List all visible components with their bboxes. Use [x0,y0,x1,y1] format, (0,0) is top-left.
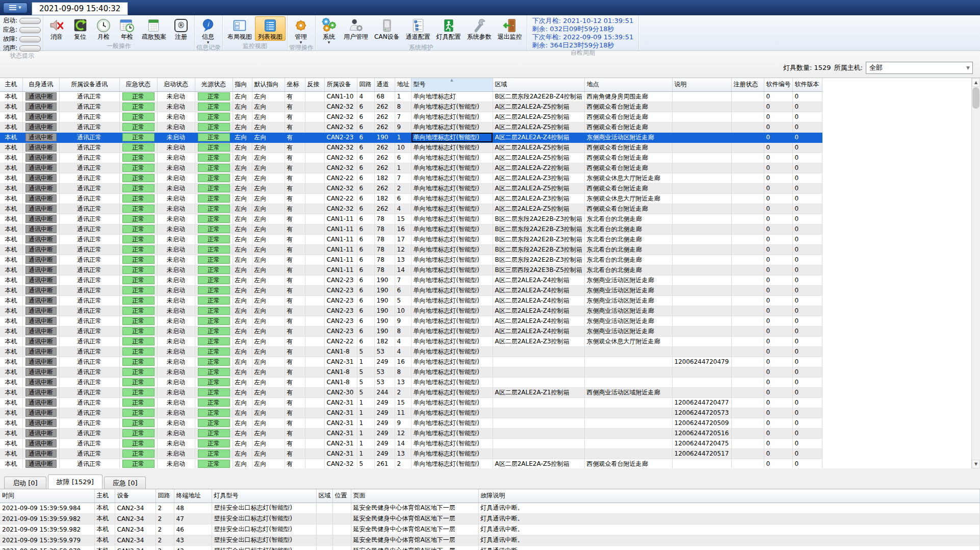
fixture-row[interactable]: 本机通讯中断通讯正常正常未启动正常左向左向有CAN2-31124911单向地埋标… [0,408,822,418]
fixture-row[interactable]: 本机通讯中断通讯正常正常未启动正常左向左向有CAN2-3262629单向地埋标志… [0,122,822,132]
column-header[interactable]: 通道 [374,78,395,91]
column-header[interactable]: 软件编号 [764,78,792,91]
fixture-row[interactable]: 本机通讯中断通讯正常正常未启动正常左向左向有CAN2-2261824单向地埋标志… [0,336,822,346]
fixture-row[interactable]: 本机通讯中断通讯正常正常未启动正常左向左向有CAN1-1167816单向地埋标志… [0,224,822,234]
fixture-row[interactable]: 本机通讯中断通讯正常正常未启动正常左向左向有CAN1-1167812单向地埋标志… [0,244,822,255]
column-header[interactable]: 页面 [351,489,478,503]
fixture-row[interactable]: 本机通讯中断通讯正常正常未启动正常左向左向有CAN2-2361906单向地埋标志… [0,285,822,295]
fixture-row[interactable]: 本机通讯中断通讯正常正常未启动正常左向左向有CAN2-3112499单向地埋标志… [0,418,822,428]
column-header[interactable]: 地点 [584,78,672,91]
vertical-scrollbar[interactable]: ▲ ▼ [971,78,980,468]
manage-button[interactable]: 管理 ▼ [289,16,313,44]
fixture-row[interactable]: 本机通讯中断通讯正常正常未启动正常左向左向有CAN2-31124912单向地埋标… [0,428,822,438]
tab-fault-events[interactable]: 故障 [1529] [48,474,102,489]
fixture-row[interactable]: 本机通讯中断通讯正常正常未启动正常左向左向有CAN2-31124913单向地埋标… [0,448,822,459]
monthly-check-button[interactable]: 月检 [92,16,115,41]
column-header[interactable]: 位置 [332,489,351,503]
reset-button[interactable]: 复位 [68,16,92,41]
column-header[interactable]: 地址 [395,78,411,91]
layout-view-button[interactable]: 布局视图 [224,16,255,41]
app-menu-button[interactable]: ▼ [3,3,28,13]
scroll-down-arrow-icon[interactable]: ▼ [972,460,980,468]
can-device-button[interactable]: CAN设备 [371,16,403,41]
column-header[interactable]: 主机 [94,489,115,503]
status-badge: 通讯中断 [25,92,57,101]
fixture-row[interactable]: 本机通讯中断通讯正常正常未启动正常左向左向有CAN2-3262628单向地埋标志… [0,102,822,112]
fixture-config-button[interactable]: 灯具配置 [433,16,464,41]
evacuation-plan-button[interactable]: 疏散预案 [139,16,169,41]
fixture-row[interactable]: 本机通讯中断通讯正常正常未启动正常左向左向有CAN1-104681单向地埋标志灯… [0,91,822,102]
column-header[interactable]: 终端地址 [174,489,212,503]
fixture-row[interactable]: 本机通讯中断通讯正常正常未启动正常左向左向有CAN2-3262624单向地埋标志… [0,204,822,214]
system-button[interactable]: 系统 ▼ [317,16,341,44]
fault-row[interactable]: 2021-09-09 15:39:59.982本机CAN2-34246壁挂安全出… [0,524,980,535]
fixture-row[interactable]: 本机通讯中断通讯正常正常未启动正常左向左向有CAN2-31124915单向地埋标… [0,397,822,408]
fixture-row[interactable]: 本机通讯中断通讯正常正常未启动正常左向左向有CAN2-3262626单向地埋标志… [0,153,822,163]
column-header[interactable]: 说明 [672,78,731,91]
column-header[interactable]: 回路 [357,78,374,91]
column-header[interactable]: 坐标 [285,78,305,91]
fault-row[interactable]: 2021-09-09 15:39:59.984本机CAN2-34248壁挂安全出… [0,503,980,513]
system-params-button[interactable]: 系统参数 [464,16,495,41]
column-header[interactable]: 默认指向 [252,78,285,91]
channel-config-button[interactable]: 通道配置 [403,16,433,41]
column-header[interactable]: 灯具型号 [212,489,316,503]
fixture-row[interactable]: 本机通讯中断通讯正常正常未启动正常左向左向有CAN2-2361905单向地埋标志… [0,295,822,306]
fixture-row[interactable]: 本机通讯中断通讯正常正常未启动正常左向左向有CAN2-3262621单向地埋标志… [0,163,822,173]
register-button[interactable]: ® 注册 [169,16,193,41]
column-header[interactable]: 注册状态 [731,78,764,91]
fixture-row[interactable]: 本机通讯中断通讯正常正常未启动正常左向左向有CAN1-85534单向地埋标志灯(… [0,346,822,357]
tab-emergency-events[interactable]: 应急 [0] [104,477,146,489]
column-header[interactable]: ▲型号 [411,78,493,91]
fixture-row[interactable]: 本机通讯中断通讯正常正常未启动正常左向左向有CAN1-85538单向地埋标志灯(… [0,367,822,377]
column-header[interactable]: 反接 [305,78,324,91]
column-header[interactable]: 回路 [156,489,174,503]
column-header[interactable]: 启动状态 [157,78,195,91]
fixture-row[interactable]: 本机通讯中断通讯正常正常未启动正常左向左向有CAN1-1167814单向地埋标志… [0,265,822,275]
host-filter-select[interactable]: 全部 ▼ [866,62,973,74]
fixture-row[interactable]: 本机通讯中断通讯正常正常未启动正常左向左向有CAN2-3052442单向地埋标志… [0,387,822,397]
fault-row[interactable]: 2021-09-09 15:39:59.982本机CAN2-34247壁挂安全出… [0,513,980,524]
scrollbar-thumb[interactable] [972,87,979,109]
column-header[interactable]: 时间 [0,489,94,503]
fixture-row[interactable]: 本机通讯中断通讯正常正常未启动正常左向左向有CAN2-2261827单向地埋标志… [0,173,822,183]
fault-row[interactable]: 2021-09-09 15:39:59.978本机CAN2-34242壁挂安全出… [0,545,980,550]
column-header[interactable]: 故障说明 [478,489,980,503]
column-header[interactable]: 光源状态 [195,78,233,91]
column-header[interactable]: 应急状态 [119,78,157,91]
fixture-row[interactable]: 本机通讯中断通讯正常正常未启动正常左向左向有CAN2-32626210单向地埋标… [0,142,822,153]
fixture-row[interactable]: 本机通讯中断通讯正常正常未启动正常左向左向有CAN2-3252612单向地埋标志… [0,459,822,468]
fixture-row[interactable]: 本机通讯中断通讯正常正常未启动正常左向左向有CAN1-855313单向地埋标志灯… [0,377,822,387]
info-button[interactable]: i 信息 ▼ [196,16,220,44]
fixture-row[interactable]: 本机通讯中断通讯正常正常未启动正常左向左向有CAN2-31124914单向地埋标… [0,438,822,448]
column-header[interactable]: 自身通讯 [22,78,59,91]
column-header[interactable]: 指向 [233,78,252,91]
mute-button[interactable]: 消音 [45,16,68,41]
fixture-row[interactable]: 本机通讯中断通讯正常正常未启动正常左向左向有CAN2-2261826单向地埋标志… [0,193,822,204]
column-header[interactable]: 所属设备 [324,78,357,91]
fixture-row[interactable]: 本机通讯中断通讯正常正常未启动正常左向左向有CAN2-3262622单向地埋标志… [0,183,822,193]
fixture-row[interactable]: 本机通讯中断通讯正常正常未启动正常左向左向有CAN2-2361901单向地埋标志… [0,132,822,142]
fixture-row[interactable]: 本机通讯中断通讯正常正常未启动正常左向左向有CAN2-3262627单向地埋标志… [0,112,822,122]
scroll-up-arrow-icon[interactable]: ▲ [972,78,980,87]
fixture-row[interactable]: 本机通讯中断通讯正常正常未启动正常左向左向有CAN2-2361909单向地埋标志… [0,316,822,326]
user-management-button[interactable]: 用户管理 [341,16,371,41]
column-header[interactable]: 区域 [316,489,332,503]
column-header[interactable]: 软件版本 [792,78,822,91]
tab-start-events[interactable]: 启动 [0] [4,477,46,489]
fixture-row[interactable]: 本机通讯中断通讯正常正常未启动正常左向左向有CAN1-1167817单向地埋标志… [0,234,822,244]
fixture-row[interactable]: 本机通讯中断通讯正常正常未启动正常左向左向有CAN1-1167813单向地埋标志… [0,255,822,265]
fixture-row[interactable]: 本机通讯中断通讯正常正常未启动正常左向左向有CAN2-2361907单向地埋标志… [0,275,822,285]
list-view-button[interactable]: 列表视图 [255,16,286,41]
column-header[interactable]: 所属设备通讯 [59,78,119,91]
column-header[interactable]: 设备 [115,489,156,503]
column-header[interactable]: 区域 [493,78,584,91]
exit-monitor-button[interactable]: 退出监控 [495,16,525,41]
fixture-row[interactable]: 本机通讯中断通讯正常正常未启动正常左向左向有CAN1-1167815单向地埋标志… [0,214,822,224]
fault-row[interactable]: 2021-09-09 15:39:59.979本机CAN2-34243壁挂安全出… [0,535,980,545]
column-header[interactable]: 主机 [0,78,22,91]
fixture-row[interactable]: 本机通讯中断通讯正常正常未启动正常左向左向有CAN2-23619010单向地埋标… [0,306,822,316]
annual-check-button[interactable]: 年检 [115,16,139,41]
fixture-row[interactable]: 本机通讯中断通讯正常正常未启动正常左向左向有CAN2-31124916单向地埋标… [0,357,822,367]
fixture-row[interactable]: 本机通讯中断通讯正常正常未启动正常左向左向有CAN2-2361908单向地埋标志… [0,326,822,336]
